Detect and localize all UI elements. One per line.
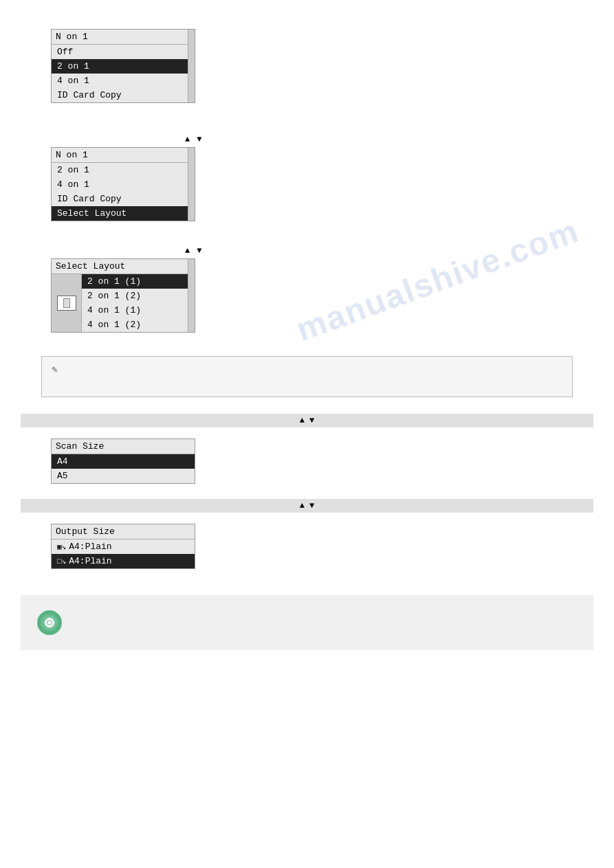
section1-container: N on 1 Off 2 on 1 4 on 1 ID Card Copy (51, 29, 593, 107)
non1-s2-item-4on1[interactable]: 4 on 1 (52, 177, 195, 192)
output-size-item-1[interactable]: ▣↘ A4:Plain (52, 539, 195, 554)
scan-size-title: Scan Size (52, 439, 195, 454)
non1-title-second: N on 1 (52, 148, 195, 163)
scan-size-a5[interactable]: A5 (52, 469, 195, 483)
graybar1-arrows: ▲ ▼ (300, 416, 315, 425)
non1-s2-item-selectlayout[interactable]: Select Layout (52, 206, 195, 221)
output-size-menu: Output Size ▣↘ A4:Plain □↘ A4:Plain (51, 524, 195, 573)
output-size-label-1: A4:Plain (69, 542, 111, 552)
section3-container: ▲ ▼ Select Layout 2 (51, 246, 593, 337)
non1-s2-item-2on1[interactable]: 2 on 1 (52, 163, 195, 177)
note-icon: ✎ (52, 364, 57, 375)
layout-preview-panel (52, 274, 82, 332)
nav-arrow-down-3[interactable]: ▼ (197, 246, 201, 256)
scan-size-menu: Scan Size A4 A5 (51, 438, 195, 488)
layout-items-list: 2 on 1 (1) 2 on 1 (2) 4 on 1 (1) 4 on 1 … (82, 274, 195, 332)
non1-item-2on1[interactable]: 2 on 1 (52, 59, 195, 74)
nav-arrow-up-2[interactable]: ▲ (185, 135, 190, 144)
layout-scrollbar[interactable] (188, 259, 195, 332)
non1-item-off[interactable]: Off (52, 45, 195, 59)
output-size-label-2: A4:Plain (69, 556, 111, 566)
tray-multi-icon: ▣↘ (57, 542, 66, 551)
output-size-section: Output Size ▣↘ A4:Plain □↘ A4:Plain (51, 513, 593, 584)
select-layout-menu: Select Layout 2 on 1 (1) 2 on 1 (2) (51, 258, 195, 337)
non1-scrollbar-first[interactable] (188, 30, 195, 102)
graybar1: ▲ ▼ (21, 414, 593, 427)
note-box: ✎ (41, 356, 573, 397)
layout-item-2on1-2[interactable]: 2 on 1 (2) (82, 289, 195, 303)
non1-scrollbar-second[interactable] (188, 148, 195, 221)
non1-item-4on1[interactable]: 4 on 1 (52, 74, 195, 88)
bottom-section (21, 595, 593, 650)
tray-1-icon: □↘ (57, 557, 66, 566)
graybar2: ▲ ▼ (21, 499, 593, 513)
layout-item-4on1-1[interactable]: 4 on 1 (1) (82, 303, 195, 318)
non1-title-first: N on 1 (52, 30, 195, 45)
select-layout-title: Select Layout (52, 259, 195, 274)
non1-menu-second: N on 1 2 on 1 4 on 1 ID Card Copy Select… (51, 147, 195, 225)
graybar2-arrows: ▲ ▼ (300, 501, 315, 511)
select-layout-inner: 2 on 1 (1) 2 on 1 (2) 4 on 1 (1) 4 on 1 … (52, 274, 195, 332)
nav-arrow-up-3[interactable]: ▲ (185, 246, 190, 256)
non1-menu-first: N on 1 Off 2 on 1 4 on 1 ID Card Copy (51, 29, 195, 107)
nav-arrow-down-2[interactable]: ▼ (197, 135, 201, 144)
cd-icon (37, 610, 62, 635)
scan-size-a4[interactable]: A4 (52, 454, 195, 469)
non1-item-idcard[interactable]: ID Card Copy (52, 88, 195, 102)
output-size-title: Output Size (52, 524, 195, 539)
output-size-item-2[interactable]: □↘ A4:Plain (52, 554, 195, 568)
scan-size-section: Scan Size A4 A5 (51, 427, 593, 499)
cd-inner (47, 620, 52, 625)
layout-item-2on1-1[interactable]: 2 on 1 (1) (82, 274, 195, 289)
layout-item-4on1-2[interactable]: 4 on 1 (2) (82, 318, 195, 332)
non1-s2-item-idcard[interactable]: ID Card Copy (52, 192, 195, 206)
section2-container: ▲ ▼ N on 1 2 on 1 4 on 1 ID Card Copy Se… (51, 135, 593, 225)
